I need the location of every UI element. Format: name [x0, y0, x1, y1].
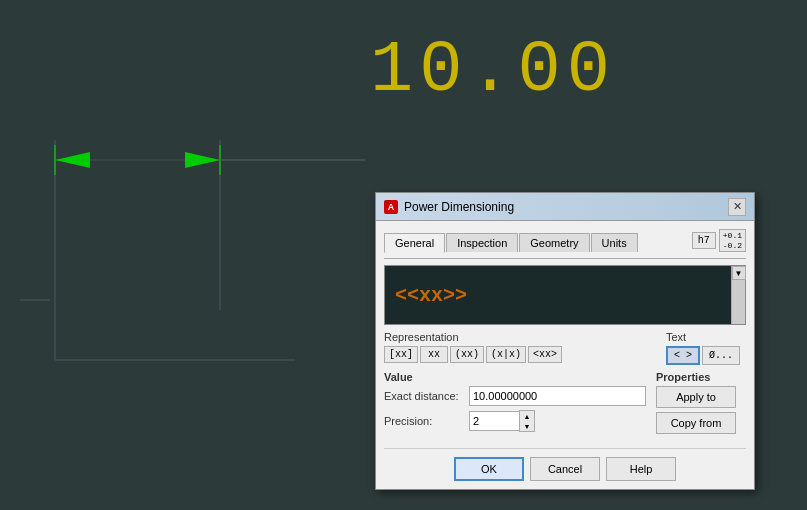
value-props-row: Value Exact distance: Precision: ▲ ▼ — [384, 371, 746, 438]
tolerance-h7-button[interactable]: h7 — [692, 232, 716, 249]
svg-marker-1 — [55, 152, 90, 168]
dialog-title-left: A Power Dimensioning — [384, 200, 514, 214]
precision-spinner: ▲ ▼ — [469, 410, 535, 432]
exact-distance-label: Exact distance: — [384, 390, 469, 402]
text-btn-angle[interactable]: < > — [666, 346, 700, 365]
copy-from-button[interactable]: Copy from — [656, 412, 736, 434]
rep-btn-parens[interactable]: (xx) — [450, 346, 484, 363]
bottom-buttons: OK Cancel Help — [384, 448, 746, 481]
exact-distance-row: Exact distance: — [384, 386, 646, 406]
tab-inspection[interactable]: Inspection — [446, 233, 518, 252]
svg-marker-2 — [185, 152, 220, 168]
rep-btn-plain[interactable]: xx — [420, 346, 448, 363]
tab-general[interactable]: General — [384, 233, 445, 253]
cad-dimension-text: 10.00 — [370, 30, 616, 112]
precision-label: Precision: — [384, 415, 469, 427]
preview-text: <<xx>> — [395, 284, 467, 307]
dialog-title: Power Dimensioning — [404, 200, 514, 214]
cancel-button[interactable]: Cancel — [530, 457, 600, 481]
power-dimensioning-dialog: A Power Dimensioning ✕ General Inspectio… — [375, 192, 755, 490]
spinner-buttons: ▲ ▼ — [519, 410, 535, 432]
spinner-up[interactable]: ▲ — [520, 411, 534, 421]
representation-section: Representation [xx] xx (xx) (x|x) <xx> — [384, 331, 660, 365]
tolerance-buttons: h7 +0.1 -0.2 — [692, 229, 746, 252]
app-icon: A — [384, 200, 398, 214]
tabs-container: General Inspection Geometry Units — [384, 233, 684, 252]
representation-label: Representation — [384, 331, 660, 343]
close-button[interactable]: ✕ — [728, 198, 746, 216]
rep-btn-angle[interactable]: <xx> — [528, 346, 562, 363]
dialog-titlebar: A Power Dimensioning ✕ — [376, 193, 754, 221]
text-buttons: < > Ø... — [666, 346, 746, 365]
exact-distance-input[interactable] — [469, 386, 646, 406]
rep-text-row: Representation [xx] xx (xx) (x|x) <xx> T… — [384, 331, 746, 365]
ok-button[interactable]: OK — [454, 457, 524, 481]
tab-units[interactable]: Units — [591, 233, 638, 252]
precision-input[interactable] — [469, 411, 519, 431]
tolerance-range-button[interactable]: +0.1 -0.2 — [719, 229, 746, 252]
precision-row: Precision: ▲ ▼ — [384, 410, 646, 432]
representation-buttons: [xx] xx (xx) (x|x) <xx> — [384, 346, 660, 363]
properties-label: Properties — [656, 371, 746, 383]
value-label: Value — [384, 371, 646, 383]
rep-btn-pipe[interactable]: (x|x) — [486, 346, 526, 363]
apply-to-button[interactable]: Apply to — [656, 386, 736, 408]
tabs-border — [384, 258, 746, 259]
spinner-down[interactable]: ▼ — [520, 421, 534, 431]
dialog-body: General Inspection Geometry Units h7 +0.… — [376, 221, 754, 489]
tabs-row: General Inspection Geometry Units h7 +0.… — [384, 229, 746, 252]
text-label: Text — [666, 331, 746, 343]
scroll-down-arrow[interactable]: ▼ — [732, 266, 746, 280]
rep-btn-brackets[interactable]: [xx] — [384, 346, 418, 363]
properties-section: Properties Apply to Copy from — [656, 371, 746, 438]
tab-geometry[interactable]: Geometry — [519, 233, 589, 252]
preview-scrollbar[interactable]: ▼ — [731, 266, 745, 324]
help-button[interactable]: Help — [606, 457, 676, 481]
text-section: Text < > Ø... — [666, 331, 746, 365]
value-section: Value Exact distance: Precision: ▲ ▼ — [384, 371, 646, 438]
preview-area: <<xx>> ▼ — [384, 265, 746, 325]
text-btn-diameter[interactable]: Ø... — [702, 346, 740, 365]
